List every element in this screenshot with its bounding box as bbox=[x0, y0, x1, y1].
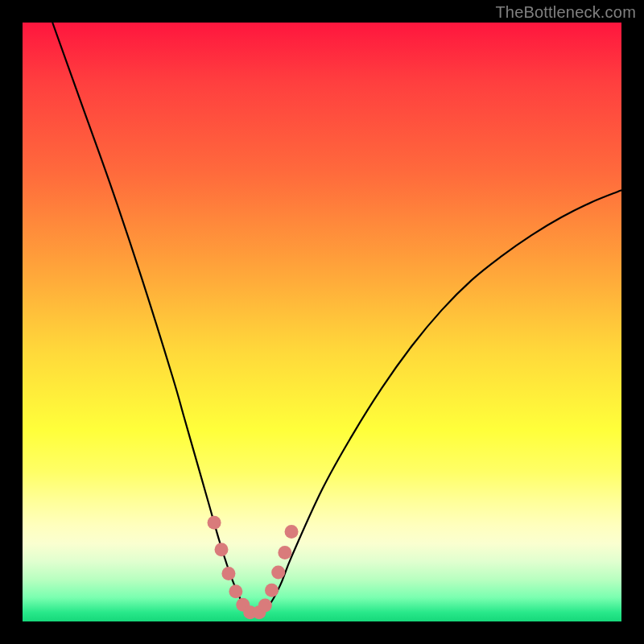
highlight-dot bbox=[258, 598, 272, 612]
highlight-dot bbox=[265, 584, 279, 597]
watermark-text: TheBottleneck.com bbox=[495, 3, 636, 22]
curve-layer bbox=[23, 23, 621, 621]
plot-area bbox=[23, 23, 621, 621]
highlight-dot bbox=[208, 516, 221, 530]
highlight-dot bbox=[278, 546, 291, 559]
highlight-dot bbox=[229, 584, 242, 598]
highlight-dot bbox=[285, 525, 299, 539]
chart-frame: TheBottleneck.com bbox=[0, 0, 644, 644]
bottleneck-curve bbox=[52, 23, 621, 613]
highlight-dot bbox=[215, 543, 229, 556]
highlight-dot bbox=[221, 567, 235, 580]
highlight-dot bbox=[271, 565, 285, 579]
